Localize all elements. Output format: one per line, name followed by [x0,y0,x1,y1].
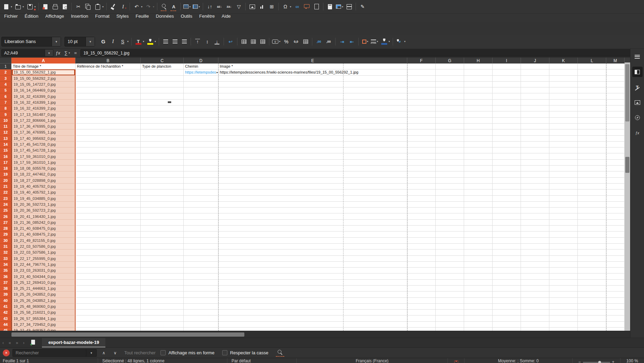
cell-a5[interactable]: 19_16_14_064469_0.jpg [11,87,76,93]
save[interactable]: ▾ [25,1,37,12]
cell-k37[interactable] [549,280,578,286]
cell-f2[interactable] [407,69,436,75]
cell-e4[interactable] [218,82,407,87]
cell-k18[interactable] [549,166,578,171]
cell-j20[interactable] [521,178,549,184]
cell-k14[interactable] [549,142,578,147]
cell-f35[interactable] [407,268,436,273]
cell-h25[interactable] [464,208,493,213]
cell-d34[interactable] [184,262,218,268]
zoom-out-icon[interactable]: − [578,359,581,363]
cell-l7[interactable] [578,100,606,105]
font-name-dropdown-icon[interactable]: ▾ [52,37,61,46]
align-left[interactable] [161,36,170,47]
cell-f4[interactable] [407,82,436,87]
cell-e43[interactable] [218,315,407,321]
cell-i34[interactable] [493,262,521,268]
cell-m30[interactable] [606,238,625,244]
find-previous-button[interactable]: ∧ [99,351,108,355]
font-size-combo[interactable]: 10 pt ▾ [64,37,95,47]
row-header-24[interactable]: 24 [0,202,11,208]
cell-f44[interactable] [407,322,436,328]
cell-b27[interactable] [76,220,141,226]
cell-k15[interactable] [549,147,578,153]
horizontal-scrollbar[interactable] [0,331,630,338]
row-header-20[interactable]: 20 [0,178,11,184]
cell-c17[interactable] [141,160,184,166]
cell-d2[interactable]: https://letempsdes▸ [184,69,218,75]
cell-k8[interactable] [549,105,578,111]
cell-g8[interactable] [436,105,464,111]
styles-deck[interactable]: T [632,82,643,92]
cell-a39[interactable]: 19_25_26_043852_0.jpg [11,292,76,297]
center-vertically[interactable]: ↕ [202,36,212,47]
cell-j7[interactable] [521,100,549,105]
cell-a43[interactable]: 19_26_57_955384_1.jpg [11,315,76,321]
cell-j14[interactable] [521,142,549,147]
cell-i2[interactable] [493,69,521,75]
cell-k45[interactable] [549,328,578,331]
cell-a13[interactable]: 19_17_40_995692_0.jpg [11,136,76,142]
align-right[interactable] [180,36,189,47]
formula-button[interactable]: = [72,50,79,56]
cell-i42[interactable] [493,310,521,315]
row-header-29[interactable]: 29 [0,231,11,237]
dropdown-arrow-icon[interactable]: ▾ [342,5,343,8]
cell-e37[interactable] [218,280,407,286]
cell-l35[interactable] [578,268,606,273]
cell-k23[interactable] [549,196,578,202]
cell-e11[interactable] [218,124,407,129]
column-header-c[interactable]: C [141,58,184,64]
cell-j32[interactable] [521,250,549,255]
cell-i14[interactable] [493,142,521,147]
row-header-45[interactable]: 45 [0,328,11,331]
cell-g4[interactable] [436,82,464,87]
cell-c22[interactable] [141,189,184,195]
cell-d27[interactable] [184,220,218,226]
cell-i6[interactable] [493,93,521,99]
cell-h26[interactable] [464,213,493,219]
page-style-status[interactable]: Par défaut [227,358,297,363]
cell-b6[interactable] [76,93,141,99]
cell-g18[interactable] [436,166,464,171]
cell-h43[interactable] [464,315,493,321]
cell-e33[interactable] [218,256,407,262]
cell-f28[interactable] [407,226,436,231]
cell-b45[interactable] [76,328,141,331]
cell-m14[interactable] [606,142,625,147]
cell-g17[interactable] [436,160,464,166]
cell-k4[interactable] [549,82,578,87]
cell-l45[interactable] [578,328,606,331]
cell-f27[interactable] [407,220,436,226]
cell-d3[interactable] [184,76,218,82]
cell-g12[interactable] [436,129,464,135]
cell-m2[interactable] [606,69,625,75]
cell-c7[interactable] [141,100,184,105]
cell-k42[interactable] [549,310,578,315]
format-as-currency[interactable]: o▾ [271,36,281,47]
dropdown-arrow-icon[interactable]: ▾ [34,5,36,8]
cell-h37[interactable] [464,280,493,286]
cell-i16[interactable] [493,153,521,159]
cell-f43[interactable] [407,315,436,321]
cell-e3[interactable] [218,76,407,82]
dropdown-arrow-icon[interactable]: ▾ [199,5,200,8]
cell-c34[interactable] [141,262,184,268]
cell-c15[interactable] [141,147,184,153]
row-header-2[interactable]: 2 [0,69,11,75]
cell-l39[interactable] [578,292,606,297]
cell-f37[interactable] [407,280,436,286]
italic[interactable]: I [108,36,118,47]
cell-g33[interactable] [436,256,464,262]
cell-j11[interactable] [521,124,549,129]
name-box[interactable]: A2:A49 ▾ [1,49,53,57]
cell-f38[interactable] [407,286,436,292]
cell-e14[interactable] [218,142,407,147]
cell-j5[interactable] [521,87,549,93]
cell-d16[interactable] [184,153,218,159]
row-header-27[interactable]: 27 [0,220,11,226]
format-as-date[interactable] [301,36,310,47]
cell-k6[interactable] [549,93,578,99]
cell-k32[interactable] [549,250,578,255]
cell-d32[interactable] [184,250,218,255]
